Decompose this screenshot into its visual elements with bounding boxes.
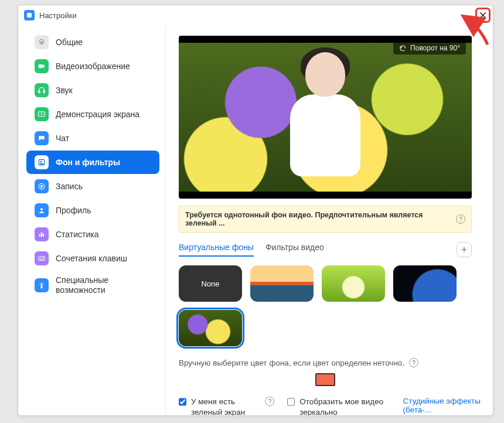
add-background-button[interactable] (457, 242, 472, 257)
svg-point-9 (40, 208, 43, 210)
chat-icon (35, 131, 49, 145)
sidebar-item-shortcuts[interactable]: Сочетания клавиш (26, 247, 159, 270)
svg-rect-12 (43, 233, 44, 237)
banner-text: Требуется однотонный фон видео. Предпочт… (185, 211, 451, 227)
rotate-icon (399, 45, 407, 52)
sidebar-item-accessibility[interactable]: Специальные возможности (26, 271, 159, 300)
sidebar-item-label: Фон и фильтры (56, 158, 120, 168)
svg-point-19 (41, 282, 43, 284)
svg-rect-14 (40, 258, 40, 258)
sidebar-item-label: Сочетания клавиш (56, 254, 127, 264)
profile-icon (35, 203, 49, 217)
accessibility-icon (35, 278, 49, 292)
green-screen-checkbox[interactable] (179, 397, 186, 407)
sidebar-item-label: Видеоизображение (56, 62, 130, 71)
bg-thumb-none[interactable]: None (179, 265, 242, 302)
share-screen-icon (35, 107, 49, 121)
rotate-label: Поворот на 90° (410, 44, 460, 52)
green-help-icon[interactable]: ? (265, 397, 274, 406)
svg-rect-18 (40, 259, 43, 260)
sidebar-item-share[interactable]: Демонстрация экрана (26, 103, 159, 126)
settings-window: Настройки Общие Видеоизображение (18, 5, 493, 416)
record-icon (35, 179, 49, 193)
color-swatch[interactable] (315, 373, 335, 386)
sidebar-item-general[interactable]: Общие (26, 30, 159, 54)
plus-icon (460, 245, 468, 254)
manual-help-icon[interactable]: ? (409, 358, 418, 367)
stats-icon (35, 227, 49, 241)
svg-rect-15 (41, 258, 42, 258)
manual-color-text: Вручную выберите цвет фона, если цвет оп… (179, 358, 480, 367)
window-title: Настройки (39, 11, 77, 20)
tab-video-filters[interactable]: Фильтры видео (265, 243, 324, 257)
sidebar-item-label: Общие (56, 37, 83, 47)
sidebar: Общие Видеоизображение Звук Демонстрация… (18, 25, 166, 415)
close-button[interactable] (475, 8, 491, 23)
video-icon (35, 59, 49, 73)
video-preview: Поворот на 90° (179, 36, 472, 199)
sidebar-item-label: Профиль (56, 206, 91, 216)
bg-thumb-flowers[interactable] (179, 310, 242, 346)
sidebar-item-stats[interactable]: Статистика (26, 223, 159, 246)
warning-banner: Требуется однотонный фон видео. Предпочт… (179, 206, 472, 233)
studio-effects-link[interactable]: Студийные эффекты (бета-... (403, 397, 483, 414)
rotate-button[interactable]: Поворот на 90° (393, 42, 466, 54)
body: Общие Видеоизображение Звук Демонстрация… (18, 25, 493, 415)
mirror-checkbox[interactable] (287, 397, 295, 407)
main-panel: Поворот на 90° Требуется однотонный фон … (166, 25, 493, 415)
svg-rect-17 (43, 258, 44, 258)
mirror-check[interactable]: Отобразить мое видео зеркально (287, 397, 390, 415)
svg-rect-13 (39, 257, 45, 260)
svg-point-0 (40, 41, 43, 43)
sidebar-item-label: Запись (56, 182, 83, 192)
tabs: Виртуальные фоны Фильтры видео (179, 242, 472, 257)
sidebar-item-audio[interactable]: Звук (26, 79, 159, 102)
banner-help-icon[interactable]: ? (456, 214, 465, 224)
svg-rect-3 (43, 91, 45, 93)
green-screen-check[interactable]: У меня есть зеленый экран ? (179, 397, 274, 415)
keyboard-icon (35, 251, 49, 265)
mirror-label: Отобразить мое видео зеркально (299, 397, 390, 415)
sidebar-item-label: Специальные возможности (56, 275, 151, 295)
sidebar-item-label: Звук (56, 86, 73, 95)
svg-point-6 (40, 161, 42, 162)
sidebar-item-profile[interactable]: Профиль (26, 199, 159, 222)
bg-thumb-bridge[interactable] (250, 265, 314, 302)
svg-rect-16 (42, 258, 43, 258)
svg-rect-2 (39, 91, 40, 93)
sidebar-item-label: Чат (56, 134, 69, 144)
sidebar-item-recording[interactable]: Запись (26, 175, 159, 198)
svg-point-8 (40, 185, 43, 187)
titlebar: Настройки (18, 5, 493, 25)
bg-thumb-earth[interactable] (393, 265, 457, 302)
background-thumbnails: None (179, 265, 478, 346)
sidebar-item-video[interactable]: Видеоизображение (26, 54, 159, 78)
sidebar-item-label: Демонстрация экрана (56, 110, 139, 120)
bg-thumb-none-label: None (201, 279, 219, 288)
preview-person (287, 52, 363, 187)
sidebar-item-background[interactable]: Фон и фильтры (26, 151, 159, 174)
swatch-row (179, 373, 472, 386)
checkbox-row: У меня есть зеленый экран ? Отобразить м… (179, 397, 483, 415)
headphones-icon (35, 83, 49, 97)
sidebar-item-chat[interactable]: Чат (26, 127, 159, 150)
bg-thumb-grass[interactable] (322, 265, 385, 302)
green-screen-label: У меня есть зеленый экран (191, 397, 260, 415)
manual-color-label: Вручную выберите цвет фона, если цвет оп… (179, 359, 404, 367)
sidebar-item-label: Статистика (56, 230, 99, 240)
svg-rect-11 (41, 233, 42, 237)
tab-virtual-backgrounds[interactable]: Виртуальные фоны (179, 243, 254, 257)
app-icon (24, 10, 35, 21)
svg-rect-1 (39, 64, 43, 68)
svg-rect-10 (39, 234, 40, 237)
gear-icon (35, 35, 49, 49)
background-icon (35, 155, 49, 169)
